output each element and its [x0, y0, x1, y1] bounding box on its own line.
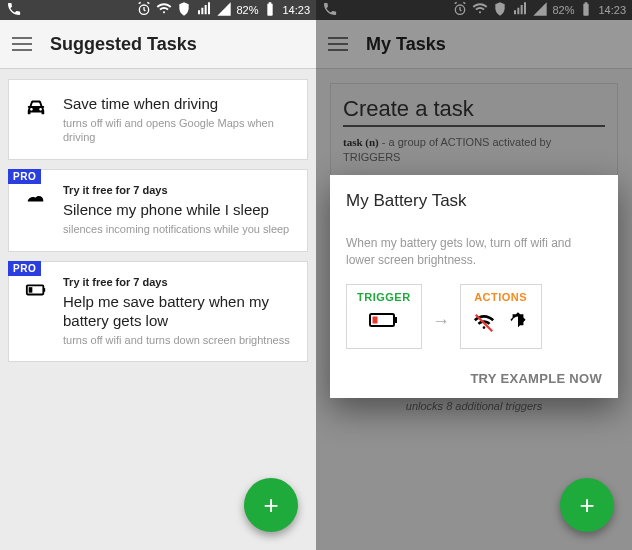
- actions-icons: [471, 310, 531, 340]
- trigger-box[interactable]: TRIGGER: [346, 284, 422, 349]
- arrow-icon: →: [432, 311, 450, 332]
- page-title: Suggested Tasks: [50, 34, 197, 55]
- try-label: Try it free for 7 days: [63, 184, 293, 196]
- trigger-icons: [369, 310, 399, 334]
- svg-rect-4: [29, 287, 33, 293]
- screen-mytasks: 82% 14:23 My Tasks Create a task task (n…: [316, 0, 632, 550]
- signal2-icon: [216, 1, 232, 19]
- status-bar: 82% 14:23: [0, 0, 316, 20]
- trigger-label: TRIGGER: [357, 291, 411, 303]
- screen-suggested: 82% 14:23 Suggested Tasks Save time when…: [0, 0, 316, 550]
- dialog-title: My Battery Task: [346, 191, 602, 211]
- signal-icon: [512, 1, 528, 19]
- actions-label: ACTIONS: [474, 291, 527, 303]
- battery-percent: 82%: [552, 4, 574, 16]
- defn-bold: task (n): [343, 136, 379, 148]
- app-bar: Suggested Tasks: [0, 20, 316, 69]
- battery-icon: [262, 1, 278, 19]
- page-title: My Tasks: [366, 34, 446, 55]
- alarm-icon: [452, 1, 468, 19]
- unlocks-caption: unlocks 8 additional triggers: [330, 400, 618, 412]
- task-card-driving[interactable]: Save time when driving turns off wifi an…: [8, 79, 308, 160]
- battery-task-dialog: My Battery Task When my battery gets low…: [330, 175, 618, 398]
- task-definition: task (n) - a group of ACTIONS activated …: [343, 135, 605, 166]
- status-left: [6, 1, 22, 19]
- clock-text: 14:23: [598, 4, 626, 16]
- menu-icon[interactable]: [12, 37, 32, 51]
- task-card-sleep[interactable]: PRO Zzz Try it free for 7 days Silence m…: [8, 169, 308, 251]
- create-heading: Create a task: [343, 96, 605, 127]
- menu-icon[interactable]: [328, 37, 348, 51]
- task-list: Save time when driving turns off wifi an…: [0, 69, 316, 372]
- status-right: 82% 14:23: [452, 1, 626, 19]
- status-right: 82% 14:23: [136, 1, 310, 19]
- pro-badge: PRO: [8, 169, 41, 184]
- brightness-icon: [505, 310, 531, 340]
- plus-icon: +: [579, 490, 594, 521]
- try-example-button[interactable]: TRY EXAMPLE NOW: [346, 371, 602, 386]
- clock-text: 14:23: [282, 4, 310, 16]
- battery-low-icon: [23, 276, 49, 300]
- try-label: Try it free for 7 days: [63, 276, 293, 288]
- app-bar: My Tasks: [316, 20, 632, 69]
- task-title: Help me save battery when my battery get…: [63, 292, 293, 331]
- task-body: Try it free for 7 days Help me save batt…: [63, 276, 293, 348]
- battery-percent: 82%: [236, 4, 258, 16]
- task-subtitle: turns off wifi and opens Google Maps whe…: [63, 116, 293, 146]
- dialog-description: When my battery gets low, turn off wifi …: [346, 235, 602, 270]
- plus-icon: +: [263, 490, 278, 521]
- fab-add[interactable]: +: [244, 478, 298, 532]
- status-bar: 82% 14:23: [316, 0, 632, 20]
- battery-low-icon: [369, 310, 399, 334]
- battery-icon: [578, 1, 594, 19]
- pro-badge: PRO: [8, 261, 41, 276]
- status-left: [322, 1, 338, 19]
- task-title: Save time when driving: [63, 94, 293, 114]
- wifi-icon: [156, 1, 172, 19]
- svg-rect-3: [43, 288, 45, 292]
- fab-add[interactable]: +: [560, 478, 614, 532]
- task-body: Try it free for 7 days Silence my phone …: [63, 184, 293, 236]
- actions-box[interactable]: ACTIONS: [460, 284, 542, 349]
- location-icon: [492, 1, 508, 19]
- phone-icon: [322, 1, 338, 19]
- task-subtitle: turns off wifi and turns down screen bri…: [63, 333, 293, 348]
- sleep-icon: Zzz: [23, 184, 49, 208]
- trigger-actions-row: TRIGGER → ACTIONS: [346, 284, 602, 349]
- wifi-off-icon: [471, 312, 497, 338]
- task-body: Save time when driving turns off wifi an…: [63, 94, 293, 145]
- svg-text:Zzz: Zzz: [34, 191, 42, 196]
- svg-rect-7: [394, 317, 397, 323]
- svg-rect-8: [372, 316, 377, 323]
- phone-icon: [6, 1, 22, 19]
- task-title: Silence my phone while I sleep: [63, 200, 293, 220]
- task-card-battery[interactable]: PRO Try it free for 7 days Help me save …: [8, 261, 308, 363]
- task-subtitle: silences incoming notifications while yo…: [63, 222, 293, 237]
- alarm-icon: [136, 1, 152, 19]
- signal-icon: [196, 1, 212, 19]
- wifi-icon: [472, 1, 488, 19]
- signal2-icon: [532, 1, 548, 19]
- car-icon: [23, 94, 49, 118]
- location-icon: [176, 1, 192, 19]
